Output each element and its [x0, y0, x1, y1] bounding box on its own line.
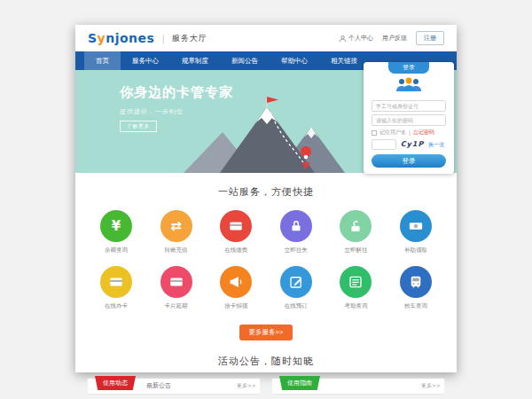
remember-checkbox[interactable] [372, 130, 377, 136]
more-link[interactable]: 更多>> [421, 379, 441, 393]
service-item-transfer[interactable]: ⇄ 转账充值 [152, 210, 201, 254]
banknote-icon[interactable] [400, 210, 432, 242]
captcha-input[interactable] [372, 139, 396, 150]
nav-item-links[interactable]: 相关链接 [319, 51, 369, 70]
service-label: 在线办卡 [91, 302, 141, 310]
service-item-online-booking[interactable]: 在线预订 [271, 266, 321, 310]
mountain-illustration [171, 95, 357, 173]
service-item-subsidy[interactable]: 补助领取 [391, 210, 441, 254]
yen-icon[interactable]: ¥ [100, 210, 132, 242]
card-icon[interactable] [100, 266, 132, 298]
header-right: 个人中心 用户反馈 注册 [339, 31, 444, 45]
announcements-section-title: 活动公告，随时知晓 [75, 355, 457, 368]
user-feedback-link[interactable]: 用户反馈 [382, 34, 407, 43]
site-canvas: Synjones | 服务大厅 个人中心 用户反馈 注册 首页 服务中心 规章制… [75, 25, 457, 372]
transfer-icon[interactable]: ⇄ [160, 210, 192, 242]
login-options: 记住用户名 | 忘记密码 [372, 129, 446, 137]
service-label: 转账充值 [152, 246, 201, 254]
nav-item-help-center[interactable]: 帮助中心 [270, 51, 319, 70]
service-label: 卡片延期 [152, 302, 201, 310]
user-feedback-label: 用户反馈 [382, 34, 407, 43]
header-divider: | [161, 34, 164, 43]
login-tab[interactable]: 登录 [388, 62, 429, 74]
service-label: 在线缴费 [211, 246, 261, 254]
register-button[interactable]: 注册 [416, 31, 444, 45]
account-input[interactable] [372, 100, 446, 112]
tab-usage-news[interactable]: 使用动态 [95, 376, 136, 390]
services-section-title: 一站服务，方便快捷 [75, 185, 457, 199]
bus-icon[interactable] [400, 266, 432, 298]
services-row-2: 在线办卡 卡片延期 拾卡招领 在线预订 考勤查询 [75, 266, 457, 310]
captcha-row: Cy1P 换一张 [372, 139, 446, 150]
password-input[interactable] [372, 114, 446, 126]
forgot-password-link[interactable]: 忘记密码 [413, 129, 434, 137]
announcements-column-right: 使用指南 更多>> [272, 379, 444, 395]
logo-accent: y [98, 31, 106, 45]
edit-icon[interactable] [280, 266, 312, 298]
top-header: Synjones | 服务大厅 个人中心 用户反馈 注册 [75, 25, 457, 51]
nav-item-service-center[interactable]: 服务中心 [121, 51, 170, 70]
more-services-button[interactable]: 更多服务>> [239, 325, 293, 340]
logo-text-rest: njones [106, 31, 154, 45]
transfer-glyph: ⇄ [170, 220, 182, 233]
unlock-icon[interactable] [340, 210, 372, 242]
service-label: 余额查询 [91, 246, 141, 254]
more-link[interactable]: 更多>> [237, 379, 256, 393]
megaphone-icon[interactable] [220, 266, 252, 298]
service-item-pay[interactable]: 在线缴费 [211, 210, 261, 254]
yen-glyph: ¥ [112, 220, 121, 233]
announcement-tabs: 使用动态 最新公告 更多>> 使用指南 更多>> [75, 379, 457, 395]
service-label: 校车查询 [391, 302, 441, 310]
service-item-release-loss[interactable]: 立即解挂 [331, 210, 380, 254]
card-icon[interactable] [160, 266, 192, 298]
nav-item-rules[interactable]: 规章制度 [170, 51, 220, 70]
service-item-apply-card[interactable]: 在线办卡 [91, 266, 141, 310]
announcements-column-left: 使用动态 最新公告 更多>> [88, 379, 260, 395]
personal-center-link[interactable]: 个人中心 [339, 34, 373, 43]
service-item-card-extension[interactable]: 卡片延期 [152, 266, 201, 310]
nav-item-home[interactable]: 首页 [84, 51, 121, 70]
service-item-school-bus[interactable]: 校车查询 [391, 266, 441, 310]
service-item-report-loss[interactable]: 立即挂失 [271, 210, 321, 254]
services-row-1: ¥ 余额查询 ⇄ 转账充值 在线缴费 立即挂失 立即解挂 [75, 210, 457, 254]
lock-icon[interactable] [280, 210, 312, 242]
service-label: 在线预订 [271, 302, 321, 310]
logo[interactable]: Synjones [88, 31, 154, 45]
card-icon[interactable] [220, 210, 252, 242]
captcha-image[interactable]: Cy1P [399, 139, 426, 150]
service-label: 补助领取 [391, 246, 441, 254]
person-icon [339, 35, 347, 43]
option-divider: | [409, 129, 411, 136]
latest-announcements-link[interactable]: 最新公告 [146, 379, 171, 393]
service-label: 考勤查询 [331, 302, 380, 310]
users-icon [395, 77, 423, 92]
service-item-balance[interactable]: ¥ 余额查询 [91, 210, 141, 254]
tab-usage-guide[interactable]: 使用指南 [279, 376, 320, 390]
service-label: 立即挂失 [271, 246, 321, 254]
page-background: Synjones | 服务大厅 个人中心 用户反馈 注册 首页 服务中心 规章制… [0, 0, 532, 399]
more-services-wrap: 更多服务>> [75, 321, 457, 340]
site-name: 服务大厅 [172, 33, 207, 44]
service-label: 拾卡招领 [211, 302, 261, 310]
service-item-attendance[interactable]: 考勤查询 [331, 266, 380, 310]
list-icon[interactable] [340, 266, 372, 298]
service-label: 立即解挂 [331, 246, 380, 254]
logo-text: S [88, 31, 98, 45]
service-item-found-card[interactable]: 拾卡招领 [211, 266, 261, 310]
personal-center-label: 个人中心 [348, 34, 373, 43]
nav-item-news[interactable]: 新闻公告 [220, 51, 270, 70]
change-captcha-link[interactable]: 换一张 [428, 141, 444, 149]
remember-label: 记住用户名 [379, 129, 406, 137]
login-submit-button[interactable]: 登录 [372, 154, 446, 168]
hero-cta-button[interactable]: 了解更多 [120, 121, 157, 132]
login-panel: 登录 记住用户名 | 忘记密码 Cy1P 换一张 登录 [364, 62, 454, 174]
